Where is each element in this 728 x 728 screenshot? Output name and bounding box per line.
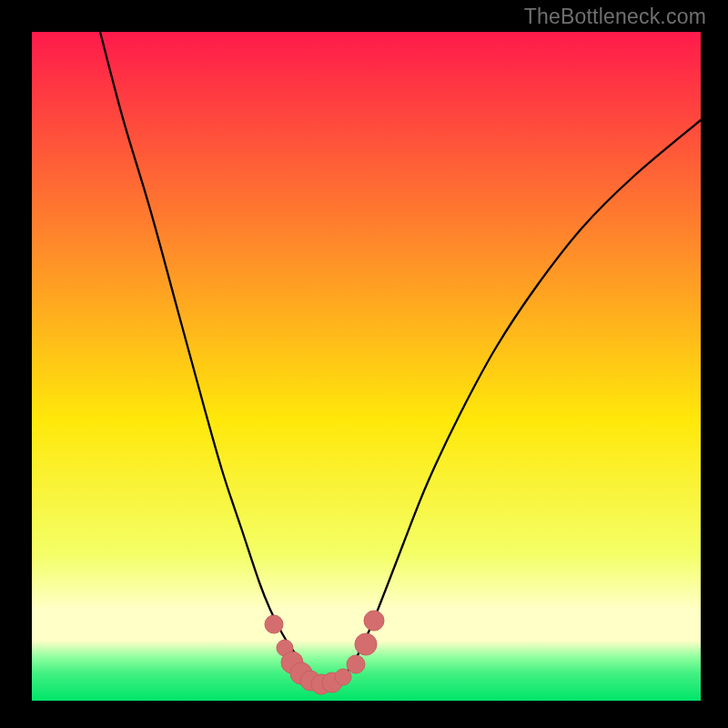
curve-marker bbox=[347, 655, 365, 673]
curve-marker bbox=[335, 669, 351, 685]
curve-marker bbox=[265, 615, 283, 633]
curve-marker bbox=[355, 633, 377, 655]
gradient-background bbox=[32, 32, 701, 701]
chart-stage: TheBottleneck.com bbox=[0, 0, 728, 728]
plot-area bbox=[32, 32, 701, 701]
plot-svg bbox=[32, 32, 701, 701]
watermark-text: TheBottleneck.com bbox=[524, 5, 706, 29]
curve-marker bbox=[364, 611, 384, 631]
